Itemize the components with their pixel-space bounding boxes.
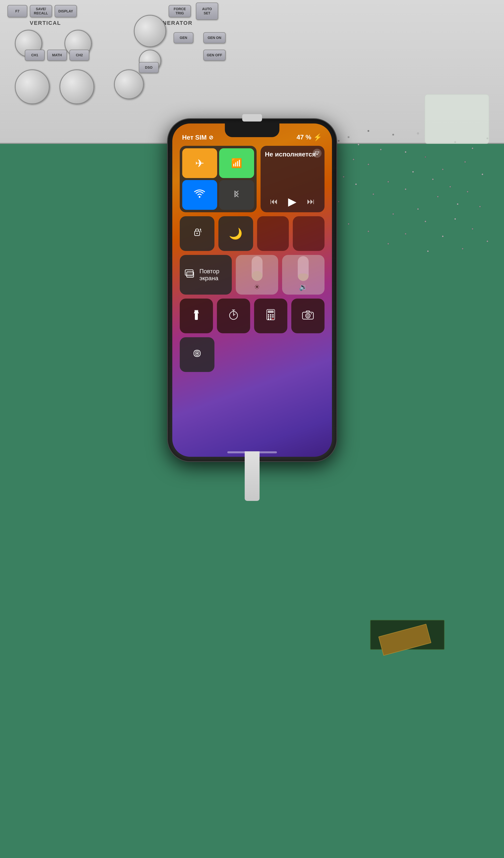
osc-btn-math-label: MATH <box>52 53 62 57</box>
lightning-connector <box>242 114 262 122</box>
svg-point-11 <box>268 314 269 316</box>
osc-btn-gen-label: GEN <box>180 36 187 40</box>
svg-point-15 <box>270 316 272 318</box>
cc-connectivity-group: ✈ 📶 <box>180 146 257 212</box>
svg-point-0 <box>199 196 200 198</box>
osc-btn-save-recall[interactable]: SAVE/RECALL <box>30 5 52 17</box>
wifi-icon <box>193 189 206 201</box>
osc-btn-gen-off-label: GEN OFF <box>207 53 222 57</box>
svg-point-12 <box>270 314 272 316</box>
control-center: ✈ 📶 <box>180 146 325 442</box>
cc-rotation-lock-tile[interactable] <box>180 216 214 251</box>
media-controls: ⏮ ▶ ⏭ <box>265 195 320 208</box>
screen-mirror-label: Повтор экрана <box>199 268 227 282</box>
plastic-container <box>425 94 489 144</box>
osc-btn-auto-set-label: AUTOSET <box>202 7 212 15</box>
osc-btn-ch1-label: CH1 <box>31 53 38 57</box>
cellular-icon: 📶 <box>231 158 242 169</box>
osc-knob-position-large[interactable] <box>134 15 166 47</box>
battery-bolt-icon: ⚡ <box>313 133 322 141</box>
media-prev-icon[interactable]: ⏮ <box>270 197 278 206</box>
svg-point-18 <box>270 318 272 320</box>
svg-rect-5 <box>187 272 194 277</box>
media-status-text: Не исполняется <box>265 150 320 159</box>
osc-btn-force-trig[interactable]: FORCETRIG <box>168 5 191 17</box>
bluetooth-icon <box>233 189 240 202</box>
cc-media-player[interactable]: Не исполняется ⏮ ▶ ⏭ <box>261 146 325 212</box>
cc-dark-tile-1[interactable] <box>257 216 289 251</box>
sim-icon: ⊘ <box>209 134 213 141</box>
media-play-icon[interactable]: ▶ <box>288 195 296 208</box>
nfc-icon <box>191 348 203 362</box>
osc-btn-ch2[interactable]: CH2 <box>69 50 89 61</box>
cc-do-not-disturb-tile[interactable]: 🌙 <box>218 216 253 251</box>
osc-knob-volts1[interactable] <box>15 69 50 104</box>
cc-airplane-toggle[interactable]: ✈ <box>182 148 217 178</box>
cc-bluetooth-toggle[interactable] <box>219 180 254 210</box>
svg-point-21 <box>306 314 310 318</box>
iphone-screen: Нет SIM ⊘ 47 % ⚡ ✈ <box>172 124 332 457</box>
osc-btn-gen[interactable]: GEN <box>174 32 193 43</box>
osc-btn-auto-set[interactable]: AUTOSET <box>196 2 218 20</box>
cc-flashlight-tile[interactable] <box>180 299 213 333</box>
osc-btn-math[interactable]: MATH <box>47 50 67 61</box>
iphone-notch <box>225 124 279 137</box>
cc-row-2: 🌙 <box>180 216 325 251</box>
cc-wifi-toggle[interactable] <box>182 180 217 210</box>
battery-percent: 47 % <box>296 133 311 141</box>
svg-point-23 <box>311 313 312 314</box>
cc-dark-tile-2[interactable] <box>293 216 325 251</box>
svg-point-22 <box>307 315 309 317</box>
cc-timer-tile[interactable] <box>217 299 250 333</box>
pcb-area <box>365 610 459 660</box>
calculator-icon <box>266 309 276 323</box>
osc-btn-f7[interactable]: F7 <box>7 5 27 17</box>
timer-icon <box>228 309 239 323</box>
rotation-lock-icon <box>192 227 202 240</box>
cc-brightness-tile[interactable]: ☀ <box>236 255 278 295</box>
brightness-icon: ☀ <box>254 283 260 291</box>
camera-icon <box>302 310 314 322</box>
svg-point-13 <box>272 314 274 316</box>
osc-btn-dso[interactable]: DSO <box>139 62 159 73</box>
cc-screen-mirror-tile[interactable]: Повтор экрана <box>180 255 232 295</box>
svg-point-14 <box>268 316 269 318</box>
sim-status: Нет SIM <box>182 134 207 141</box>
cc-row-5 <box>180 337 325 372</box>
volume-icon: 🔉 <box>299 283 308 291</box>
cc-wallet-tile[interactable] <box>180 337 214 372</box>
status-right: 47 % ⚡ <box>296 133 322 141</box>
osc-knob-volts2[interactable] <box>60 69 94 104</box>
svg-rect-10 <box>268 311 274 313</box>
iphone-body: Нет SIM ⊘ 47 % ⚡ ✈ <box>168 119 337 461</box>
cc-volume-tile[interactable]: 🔉 <box>282 255 325 295</box>
screen-mirror-icon <box>185 269 196 281</box>
osc-btn-dso-label: DSO <box>145 65 152 70</box>
svg-point-17 <box>268 318 269 320</box>
cc-calculator-tile[interactable] <box>254 299 287 333</box>
svg-marker-1 <box>316 154 318 155</box>
svg-point-16 <box>272 316 274 318</box>
media-next-icon[interactable]: ⏭ <box>307 197 315 206</box>
osc-btn-gen-off[interactable]: GEN OFF <box>203 50 226 61</box>
airplay-icon <box>313 149 322 158</box>
lightning-cable <box>245 451 260 501</box>
cc-cellular-toggle[interactable]: 📶 <box>219 148 254 178</box>
iphone-device: Нет SIM ⊘ 47 % ⚡ ✈ <box>168 119 337 461</box>
cc-row-4 <box>180 299 325 333</box>
osc-knob-gen[interactable] <box>114 69 144 99</box>
flashlight-icon <box>192 308 201 323</box>
osc-btn-ch1[interactable]: CH1 <box>25 50 45 61</box>
osc-btn-display-label: DISPLAY <box>58 9 73 13</box>
osc-btn-display[interactable]: DISPLAY <box>54 5 77 17</box>
osc-btn-gen-on-label: GEN ON <box>208 36 221 40</box>
svg-rect-19 <box>272 318 274 320</box>
status-left: Нет SIM ⊘ <box>182 134 213 141</box>
airplane-icon: ✈ <box>195 157 204 170</box>
svg-rect-6 <box>195 314 198 320</box>
osc-btn-gen-on[interactable]: GEN ON <box>203 32 226 43</box>
cc-camera-tile[interactable] <box>291 299 325 333</box>
osc-btn-f7-label: F7 <box>15 9 19 13</box>
osc-btn-ch2-label: CH2 <box>76 53 83 57</box>
svg-point-3 <box>196 233 198 234</box>
